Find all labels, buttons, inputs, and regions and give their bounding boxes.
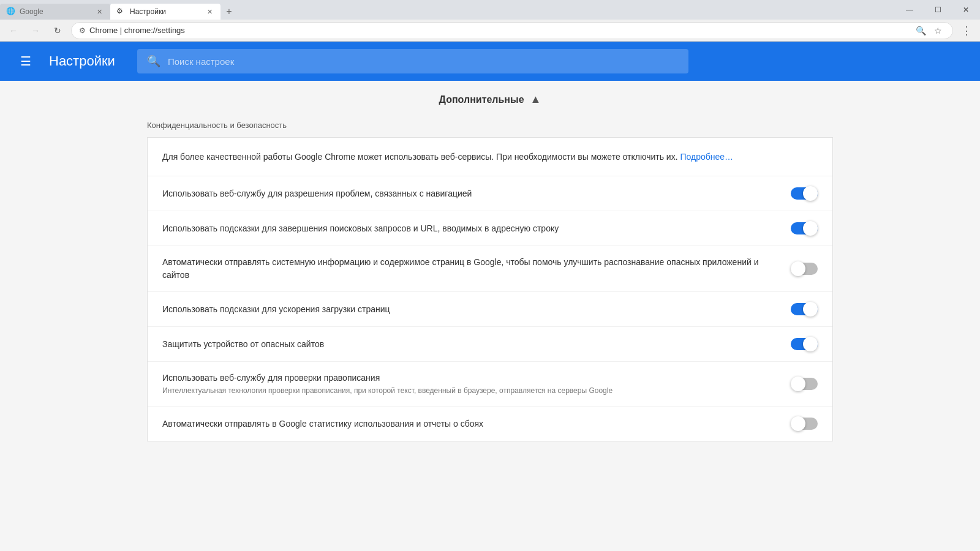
privacy-settings-card: Для более качественной работы Google Chr… <box>147 137 833 441</box>
tab-google[interactable]: 🌐 Google ✕ <box>0 4 110 20</box>
reload-button[interactable]: ↻ <box>49 22 66 39</box>
toggle-label-spellcheck: Использовать веб-службу для проверки пра… <box>162 372 781 384</box>
tab-settings-title: Настройки <box>130 7 201 16</box>
privacy-learn-more-link[interactable]: Подробнее… <box>680 152 733 162</box>
settings-header: ☰ Настройки 🔍 Поиск настроек <box>0 42 980 81</box>
toggle-label-send-system-info: Автоматически отправлять системную инфор… <box>162 256 781 282</box>
tab-google-title: Google <box>20 7 91 16</box>
title-bar: 🌐 Google ✕ ⚙ Настройки ✕ + — ☐ ✕ <box>0 0 980 20</box>
settings-favicon: ⚙ <box>116 7 126 17</box>
window-controls: — ☐ ✕ <box>895 0 980 20</box>
tabs-area: 🌐 Google ✕ ⚙ Настройки ✕ + <box>0 0 895 20</box>
privacy-info-text: Для более качественной работы Google Chr… <box>162 152 678 162</box>
toggle-thumb <box>803 221 818 236</box>
hamburger-menu-button[interactable]: ☰ <box>15 50 37 72</box>
toggle-row-spellcheck: Использовать веб-службу для проверки пра… <box>148 362 832 407</box>
toggle-row-safe-browsing: Защитить устройство от опасных сайтов <box>148 327 832 362</box>
toggle-autocomplete[interactable] <box>791 221 818 236</box>
toggle-spellcheck[interactable] <box>791 377 818 391</box>
toggle-row-usage-stats: Автоматически отправлять в Google статис… <box>148 407 832 441</box>
toggle-label-content-spellcheck: Использовать веб-службу для проверки пра… <box>162 372 781 396</box>
toggle-safe-browsing[interactable] <box>791 337 818 351</box>
toggle-label-content-usage-stats: Автоматически отправлять в Google статис… <box>162 418 781 430</box>
browser-frame: 🌐 Google ✕ ⚙ Настройки ✕ + — ☐ ✕ ← → ↻ ⚙ <box>0 0 980 551</box>
advanced-section-label: Дополнительные <box>439 94 524 105</box>
toggle-label-usage-stats: Автоматически отправлять в Google статис… <box>162 418 781 430</box>
toggle-row-autocomplete: Использовать подсказки для завершения по… <box>148 211 832 246</box>
bookmark-icon[interactable]: ☆ <box>930 23 945 38</box>
toggle-label-nav-webservice: Использовать веб-службу для разрешения п… <box>162 187 781 200</box>
search-icon: 🔍 <box>147 54 160 68</box>
address-input[interactable]: ⚙ Chrome | chrome://settings 🔍 ☆ <box>71 22 953 39</box>
tab-settings-close[interactable]: ✕ <box>205 7 214 17</box>
toggle-thumb <box>803 337 818 351</box>
toggle-label-content-safe-browsing: Защитить устройство от опасных сайтов <box>162 338 781 351</box>
toggle-label-content: Использовать веб-службу для разрешения п… <box>162 187 781 200</box>
settings-container: ☰ Настройки 🔍 Поиск настроек Дополнитель… <box>0 42 980 551</box>
toggle-usage-stats[interactable] <box>791 416 818 431</box>
toggle-label-content-prefetch: Использовать подсказки для ускорения заг… <box>162 303 781 316</box>
toggle-row-prefetch: Использовать подсказки для ускорения заг… <box>148 292 832 327</box>
address-bar: ← → ↻ ⚙ Chrome | chrome://settings 🔍 ☆ ⋮ <box>0 20 980 42</box>
address-icons: 🔍 ☆ <box>913 23 945 38</box>
toggle-thumb <box>803 302 818 317</box>
toggle-label-safe-browsing: Защитить устройство от опасных сайтов <box>162 338 781 351</box>
privacy-section-label: Конфиденциальность и безопасность <box>0 116 980 137</box>
toggle-row-send-system-info: Автоматически отправлять системную инфор… <box>148 246 832 292</box>
toggle-send-system-info[interactable] <box>791 261 818 276</box>
search-address-icon[interactable]: 🔍 <box>913 23 928 38</box>
toggle-label-autocomplete: Использовать подсказки для завершения по… <box>162 222 781 235</box>
advanced-section-header[interactable]: Дополнительные ▲ <box>0 81 980 116</box>
settings-page-title: Настройки <box>49 53 115 69</box>
hamburger-icon: ☰ <box>20 54 31 69</box>
browser-menu-button[interactable]: ⋮ <box>958 22 975 39</box>
toggle-label-content-autocomplete: Использовать подсказки для завершения по… <box>162 222 781 235</box>
address-breadcrumb: Chrome <box>89 26 118 35</box>
new-tab-button[interactable]: + <box>221 4 238 20</box>
settings-main: Дополнительные ▲ Конфиденциальность и бе… <box>0 81 980 551</box>
toggle-thumb <box>791 416 805 431</box>
tab-settings[interactable]: ⚙ Настройки ✕ <box>110 4 221 20</box>
privacy-info-row: Для более качественной работы Google Chr… <box>148 138 832 176</box>
address-url: chrome://settings <box>124 26 185 35</box>
toggle-row-nav-webservice: Использовать веб-службу для разрешения п… <box>148 176 832 211</box>
address-favicon: ⚙ <box>79 26 86 35</box>
settings-search-box[interactable]: 🔍 Поиск настроек <box>137 49 688 73</box>
tab-google-close[interactable]: ✕ <box>94 7 104 17</box>
toggle-sublabel-spellcheck: Интеллектуальная технология проверки пра… <box>162 386 781 396</box>
address-separator: | <box>118 26 124 35</box>
forward-button[interactable]: → <box>27 22 44 39</box>
close-button[interactable]: ✕ <box>952 0 980 20</box>
minimize-button[interactable]: — <box>895 0 924 20</box>
advanced-chevron-icon: ▲ <box>530 93 541 106</box>
search-placeholder-text: Поиск настроек <box>168 56 234 67</box>
back-button[interactable]: ← <box>5 22 22 39</box>
toggle-prefetch[interactable] <box>791 302 818 317</box>
toggle-nav-webservice[interactable] <box>791 186 818 201</box>
toggle-thumb <box>803 186 818 201</box>
toggle-label-prefetch: Использовать подсказки для ускорения заг… <box>162 303 781 316</box>
maximize-button[interactable]: ☐ <box>924 0 952 20</box>
toggle-label-content-send-system-info: Автоматически отправлять системную инфор… <box>162 256 781 282</box>
google-favicon: 🌐 <box>6 7 16 17</box>
